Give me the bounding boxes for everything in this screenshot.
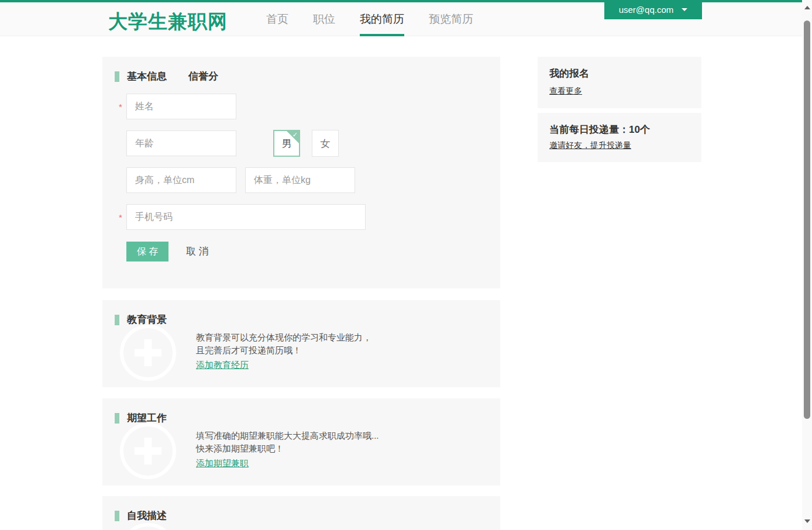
weight-input[interactable] bbox=[245, 167, 355, 193]
height-input[interactable] bbox=[126, 167, 236, 193]
nav-item-preview-resume[interactable]: 预览简历 bbox=[429, 2, 473, 36]
gender-female-label: 女 bbox=[321, 137, 331, 150]
expected-job-section-head: 期望工作 bbox=[115, 411, 167, 425]
section-marker-bar bbox=[115, 71, 119, 82]
daily-quota-card: 当前每日投递量：10个 邀请好友，提升投递量 bbox=[538, 113, 701, 162]
nav-item-my-resume[interactable]: 我的简历 bbox=[360, 2, 404, 36]
phone-input[interactable] bbox=[126, 204, 366, 230]
tab-basic-info[interactable]: 基本信息 bbox=[127, 70, 167, 83]
education-desc-line1: 教育背景可以充分体现你的学习和专业能力， bbox=[196, 331, 371, 344]
plus-circle-icon bbox=[120, 325, 176, 381]
user-account-dropdown[interactable]: user@qq.com bbox=[604, 0, 702, 19]
plus-circle-icon bbox=[120, 423, 176, 479]
required-asterisk: * bbox=[119, 212, 122, 222]
expected-job-description: 填写准确的期望兼职能大大提高求职成功率哦... 快来添加期望兼职吧！ bbox=[196, 429, 379, 455]
education-section-head: 教育背景 bbox=[115, 313, 167, 326]
education-description: 教育背景可以充分体现你的学习和专业能力， 且完善后才可投递简历哦！ bbox=[196, 331, 371, 357]
section-marker-bar bbox=[115, 315, 119, 325]
invite-friends-link[interactable]: 邀请好友，提升投递量 bbox=[549, 140, 631, 151]
my-applications-title: 我的报名 bbox=[549, 67, 589, 80]
scrollbar-down-arrow-icon[interactable] bbox=[804, 519, 810, 523]
name-input[interactable] bbox=[126, 94, 236, 119]
education-card: 教育背景 教育背景可以充分体现你的学习和专业能力， 且完善后才可投递简历哦！ 添… bbox=[102, 300, 500, 387]
main-nav: 首页 职位 我的简历 预览简历 bbox=[266, 2, 473, 36]
weight-row bbox=[245, 167, 355, 193]
basic-info-card: 基本信息 信誉分 * 男 ✓ 女 * 保 存 取 消 bbox=[102, 57, 500, 288]
phone-row: * bbox=[126, 204, 366, 230]
caret-down-icon bbox=[682, 8, 687, 11]
scrollbar-thumb[interactable] bbox=[804, 20, 810, 419]
check-icon: ✓ bbox=[293, 130, 298, 139]
add-education-link[interactable]: 添加教育经历 bbox=[196, 360, 249, 371]
education-desc-line2: 且完善后才可投递简历哦！ bbox=[196, 344, 371, 357]
expected-job-card: 期望工作 填写准确的期望兼职能大大提高求职成功率哦... 快来添加期望兼职吧！ … bbox=[102, 398, 500, 486]
save-button[interactable]: 保 存 bbox=[126, 242, 168, 261]
nav-item-home[interactable]: 首页 bbox=[266, 2, 288, 36]
view-more-link[interactable]: 查看更多 bbox=[549, 86, 582, 97]
expected-job-desc-line1: 填写准确的期望兼职能大大提高求职成功率哦... bbox=[196, 429, 379, 442]
section-marker-bar bbox=[115, 413, 119, 424]
nav-item-jobs[interactable]: 职位 bbox=[313, 2, 335, 36]
cancel-button[interactable]: 取 消 bbox=[186, 242, 209, 261]
plus-circle-icon bbox=[120, 523, 176, 530]
self-description-title: 自我描述 bbox=[127, 509, 167, 522]
gender-option-female[interactable]: 女 bbox=[312, 130, 339, 157]
self-description-card: 自我描述 bbox=[102, 496, 500, 530]
section-marker-bar bbox=[115, 511, 119, 521]
add-expected-job-link[interactable]: 添加期望兼职 bbox=[196, 458, 249, 469]
scrollbar-up-arrow-icon[interactable] bbox=[804, 6, 810, 9]
basic-info-tabs: 基本信息 信誉分 bbox=[115, 70, 218, 83]
required-asterisk: * bbox=[119, 102, 122, 112]
gender-option-male[interactable]: 男 ✓ bbox=[273, 130, 300, 157]
self-description-section-head: 自我描述 bbox=[115, 509, 167, 522]
vertical-scrollbar[interactable] bbox=[802, 0, 812, 530]
my-applications-card: 我的报名 查看更多 bbox=[538, 57, 701, 108]
site-logo[interactable]: 大学生兼职网 bbox=[108, 9, 228, 35]
daily-quota-title: 当前每日投递量：10个 bbox=[549, 123, 650, 136]
user-email-label: user@qq.com bbox=[619, 5, 674, 15]
age-row bbox=[126, 130, 236, 156]
expected-job-desc-line2: 快来添加期望兼职吧！ bbox=[196, 442, 379, 455]
height-row bbox=[126, 167, 236, 193]
name-row: * bbox=[126, 94, 236, 119]
age-input[interactable] bbox=[126, 130, 236, 156]
tab-credit-score[interactable]: 信誉分 bbox=[188, 70, 218, 83]
